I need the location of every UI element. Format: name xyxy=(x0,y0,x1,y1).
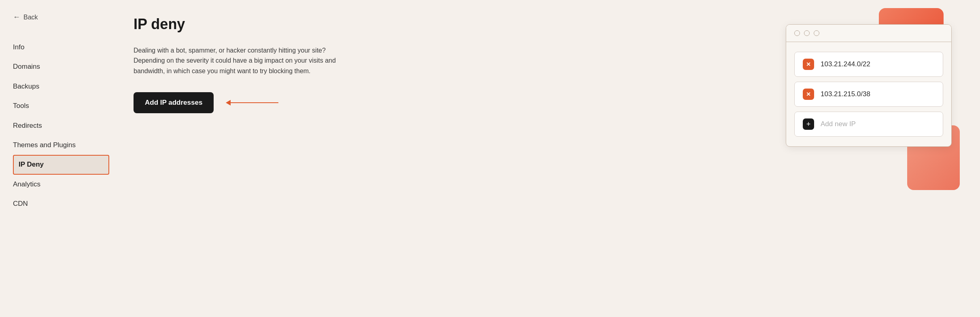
add-ip-button[interactable]: Add IP addresses xyxy=(134,92,214,113)
ip-remove-button-2[interactable]: ✕ xyxy=(803,89,814,100)
ip-address-1: 103.21.244.0/22 xyxy=(821,60,870,68)
back-arrow-icon: ← xyxy=(13,13,20,21)
sidebar-item-ip-deny[interactable]: IP Deny xyxy=(13,155,109,174)
sidebar-nav: Info Domains Backups Tools Redirects The… xyxy=(13,38,109,214)
back-label: Back xyxy=(23,14,38,21)
ip-address-2: 103.21.215.0/38 xyxy=(821,90,870,98)
sidebar: ← Back Info Domains Backups Tools Redire… xyxy=(0,0,109,317)
description-text: Dealing with a bot, spammer, or hacker c… xyxy=(134,45,344,76)
arrow-line xyxy=(230,102,278,103)
ip-add-icon-button[interactable]: + xyxy=(803,118,814,130)
ip-add-entry[interactable]: + Add new IP xyxy=(794,112,943,137)
browser-dot-3 xyxy=(814,30,819,36)
arrow-indicator xyxy=(230,102,278,103)
plus-icon: + xyxy=(806,120,811,128)
browser-titlebar xyxy=(786,25,951,42)
browser-dot-2 xyxy=(804,30,810,36)
sidebar-item-themes-plugins[interactable]: Themes and Plugins xyxy=(13,135,109,155)
sidebar-item-redirects[interactable]: Redirects xyxy=(13,116,109,135)
add-new-ip-label: Add new IP xyxy=(821,120,856,128)
sidebar-item-tools[interactable]: Tools xyxy=(13,96,109,116)
ip-entry-1: ✕ 103.21.244.0/22 xyxy=(794,52,943,77)
illustration: ✕ 103.21.244.0/22 ✕ 103.21.215.0/38 + Ad… xyxy=(786,8,956,194)
main-content: IP deny Dealing with a bot, spammer, or … xyxy=(109,0,980,317)
back-button[interactable]: ← Back xyxy=(13,13,109,21)
ip-remove-button-1[interactable]: ✕ xyxy=(803,59,814,70)
sidebar-item-cdn[interactable]: CDN xyxy=(13,194,109,213)
browser-body: ✕ 103.21.244.0/22 ✕ 103.21.215.0/38 + Ad… xyxy=(786,42,951,146)
sidebar-item-domains[interactable]: Domains xyxy=(13,57,109,76)
ip-entry-2: ✕ 103.21.215.0/38 xyxy=(794,82,943,107)
x-icon-1: ✕ xyxy=(806,61,811,67)
sidebar-item-analytics[interactable]: Analytics xyxy=(13,175,109,194)
browser-window: ✕ 103.21.244.0/22 ✕ 103.21.215.0/38 + Ad… xyxy=(786,24,952,147)
x-icon-2: ✕ xyxy=(806,91,811,97)
sidebar-item-backups[interactable]: Backups xyxy=(13,77,109,96)
browser-dot-1 xyxy=(794,30,800,36)
sidebar-item-info[interactable]: Info xyxy=(13,38,109,57)
